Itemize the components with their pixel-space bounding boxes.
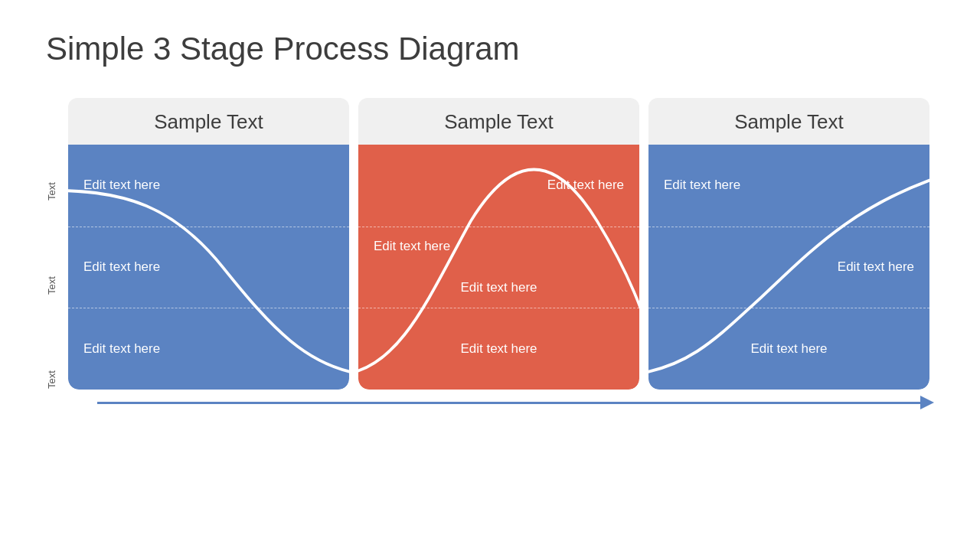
stages-row: Sample Text Edit text here Edit text her… — [64, 98, 934, 390]
stage-3-body: Edit text here Edit text here Edit text … — [648, 145, 929, 390]
stage-1-text-2[interactable]: Edit text here — [83, 259, 160, 275]
stage-2-middle-texts: Edit text here Edit text here — [358, 227, 639, 308]
stage-1-text-1[interactable]: Edit text here — [83, 178, 160, 193]
stage-2-text-1[interactable]: Edit text here — [547, 178, 624, 193]
arrow-head — [920, 396, 934, 409]
stage-2-header: Sample Text — [358, 98, 639, 145]
stage-3-text-row-2: Edit text here — [648, 227, 929, 308]
stage-2-text-4[interactable]: Edit text here — [460, 341, 537, 357]
y-label-1: Text — [46, 153, 57, 230]
stage-3-header: Sample Text — [648, 98, 929, 145]
stage-3-text-row-1: Edit text here — [648, 145, 929, 227]
arrow-row — [64, 396, 934, 409]
stages-wrapper: Sample Text Edit text here Edit text her… — [64, 98, 934, 409]
stage-3-text-3[interactable]: Edit text here — [750, 341, 827, 357]
y-axis: Text Text Text — [46, 144, 57, 427]
stage-3-text-row-3: Edit text here — [648, 308, 929, 390]
stage-3-text-1[interactable]: Edit text here — [664, 178, 740, 193]
stage-1-text-row-3: Edit text here — [68, 308, 349, 390]
stage-2-col: Sample Text Edit text here Edit text her… — [354, 98, 644, 390]
stage-3-col: Sample Text Edit text here Edit text her… — [644, 98, 934, 390]
stage-2-body: Edit text here Edit text here Edit text … — [358, 145, 639, 390]
stage-1-header: Sample Text — [68, 98, 349, 145]
stage-1-texts: Edit text here Edit text here Edit text … — [68, 145, 349, 390]
stage-2-texts: Edit text here Edit text here Edit text … — [358, 145, 639, 390]
stage-2-text-row-3: Edit text here — [358, 308, 639, 390]
diagram-area: Text Text Text Sample Text Edi — [46, 98, 934, 427]
slide-title: Simple 3 Stage Process Diagram — [46, 31, 934, 67]
stage-1-text-row-2: Edit text here — [68, 227, 349, 308]
stage-1-text-3[interactable]: Edit text here — [83, 341, 160, 357]
y-label-2: Text — [46, 247, 57, 324]
stage-1-col: Sample Text Edit text here Edit text her… — [64, 98, 354, 390]
stage-2-text-row-1: Edit text here — [358, 145, 639, 227]
arrow-line — [97, 402, 920, 404]
stage-2-text-2[interactable]: Edit text here — [374, 239, 624, 254]
stage-1-text-row-1: Edit text here — [68, 145, 349, 227]
stage-3-texts: Edit text here Edit text here Edit text … — [648, 145, 929, 390]
stage-2-text-3[interactable]: Edit text here — [374, 280, 624, 295]
slide: Simple 3 Stage Process Diagram Text Text… — [0, 0, 980, 551]
y-label-3: Text — [46, 341, 57, 418]
stage-1-body: Edit text here Edit text here Edit text … — [68, 145, 349, 390]
stage-3-text-2[interactable]: Edit text here — [838, 259, 914, 275]
